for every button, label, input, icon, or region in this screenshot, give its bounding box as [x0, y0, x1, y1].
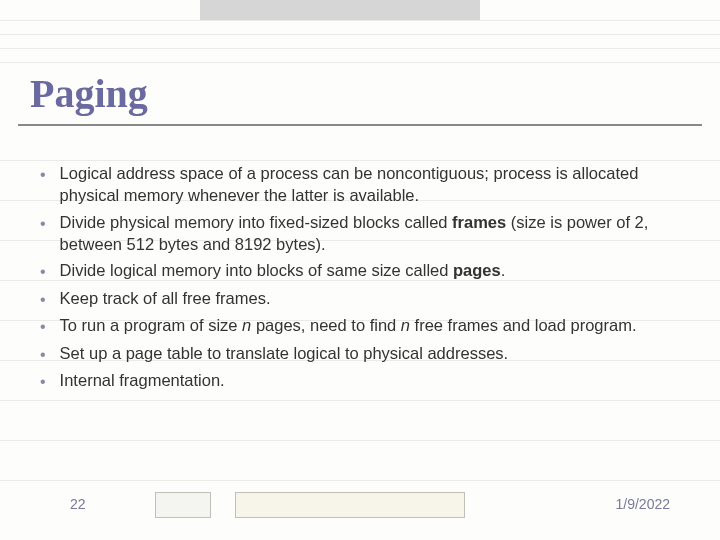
slide-title: Paging — [30, 70, 148, 117]
bullet-text: Divide physical memory into fixed-sized … — [60, 211, 680, 256]
bullet-dot-icon: • — [40, 316, 46, 338]
bullet-item: •Keep track of all free frames. — [40, 287, 680, 311]
title-underline — [18, 124, 702, 126]
bullet-dot-icon: • — [40, 164, 46, 186]
bullet-item: •Internal fragmentation. — [40, 369, 680, 393]
footer: 22 1/9/2022 — [0, 490, 720, 518]
bullet-text: Logical address space of a process can b… — [60, 162, 680, 207]
bullet-text: Divide logical memory into blocks of sam… — [60, 259, 680, 281]
bullet-text: Internal fragmentation. — [60, 369, 680, 391]
slide-number: 22 — [70, 496, 86, 512]
bullet-dot-icon: • — [40, 344, 46, 366]
bullet-dot-icon: • — [40, 213, 46, 235]
bullet-dot-icon: • — [40, 289, 46, 311]
decorative-top-bar — [200, 0, 480, 20]
bullet-text: To run a program of size n pages, need t… — [60, 314, 680, 336]
bullet-text: Set up a page table to translate logical… — [60, 342, 680, 364]
footer-box-large — [235, 492, 465, 518]
bullet-dot-icon: • — [40, 371, 46, 393]
bullet-list: •Logical address space of a process can … — [40, 162, 680, 397]
bullet-item: •Set up a page table to translate logica… — [40, 342, 680, 366]
bullet-item: •Logical address space of a process can … — [40, 162, 680, 207]
bullet-dot-icon: • — [40, 261, 46, 283]
slide-date: 1/9/2022 — [616, 496, 671, 512]
footer-box-small — [155, 492, 211, 518]
bullet-item: •Divide logical memory into blocks of sa… — [40, 259, 680, 283]
bullet-item: •To run a program of size n pages, need … — [40, 314, 680, 338]
bullet-item: •Divide physical memory into fixed-sized… — [40, 211, 680, 256]
bullet-text: Keep track of all free frames. — [60, 287, 680, 309]
